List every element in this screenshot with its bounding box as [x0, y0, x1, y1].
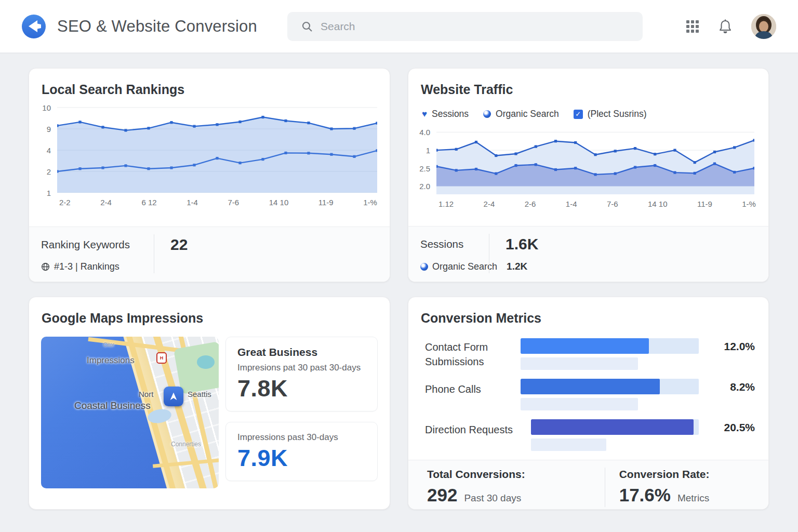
bar-secondary	[531, 438, 606, 451]
website-traffic-chart: 4.012.52.0	[408, 127, 768, 194]
metric-label: Contact Form Submissions	[425, 338, 512, 370]
impressions-value: 7.9K	[237, 445, 366, 472]
business-caption: Impresions pat 30 past 30-days	[237, 363, 366, 373]
globe-icon	[41, 262, 50, 271]
divider	[605, 468, 605, 507]
card-title: Local Search Rankings	[42, 82, 377, 97]
conversion-row-phone-calls: Phone Calls 8.2%	[425, 379, 755, 410]
dashboard-grid: Local Search Rankings 109421 2-22-46 121…	[0, 53, 798, 510]
divider	[154, 234, 154, 273]
map-label-right: Seattis	[188, 390, 211, 398]
checkbox-checked-icon: ✓	[574, 110, 583, 119]
x-axis-labels: 2-22-46 121-47-614 1011-91-%	[59, 198, 377, 207]
legend-item-sessions[interactable]: ♥ Sessions	[422, 109, 469, 119]
stat-label: Ranking Keywords	[41, 238, 154, 251]
heart-icon: ♥	[422, 110, 427, 118]
conversion-bars: Contact Form Submissions 12.0% Phone Cal…	[425, 338, 755, 460]
legend-item-organic-search[interactable]: Organic Search	[483, 109, 559, 119]
bar-fill	[521, 379, 660, 394]
metric-value: 12.0%	[707, 338, 755, 370]
bar-track	[531, 419, 699, 435]
app-logo-icon[interactable]	[22, 15, 46, 38]
app-header: SEO & Website Conversion	[0, 0, 798, 53]
conversion-row-contact-form: Contact Form Submissions 12.0%	[425, 338, 755, 370]
metric-value: 20.5%	[707, 419, 755, 451]
map-pin-icon[interactable]	[164, 387, 183, 406]
bar-fill	[531, 419, 694, 435]
card-title: Conversion Metrics	[421, 311, 756, 326]
x-axis-labels: 1.122-42-61-47-614 1011-91-%	[438, 200, 756, 208]
impressions-caption: Impressions past 30-days	[237, 432, 366, 443]
map-thumbnail[interactable]: H Citor Impressions Nort Seattis Coastal…	[41, 337, 219, 488]
map-label-business: Coastal Business	[74, 400, 151, 411]
impressions-box: Impressions past 30-days 7.9K	[225, 422, 378, 481]
business-impressions-box: Great Business Impresions pat 30 past 30…	[225, 337, 378, 411]
map-label-left: Nort	[139, 390, 153, 398]
card-title: Google Maps Impressions	[42, 311, 377, 326]
page-title: SEO & Website Conversion	[57, 17, 257, 36]
stat-label: Sessions	[420, 238, 489, 250]
local-search-rankings-card: Local Search Rankings 109421 2-22-46 121…	[29, 68, 390, 282]
total-conversions: Total Conversions: 292 Past 30 days	[408, 468, 605, 506]
bar-secondary	[521, 357, 638, 370]
user-avatar[interactable]	[751, 14, 776, 39]
stat-value: 22	[170, 236, 188, 254]
website-traffic-card: Website Traffic ♥ Sessions Organic Searc…	[408, 68, 769, 282]
map-label-bottom: Connerties	[171, 441, 201, 448]
map-pond	[197, 355, 215, 369]
stat-sub-label: #1-3 | Rankings	[54, 261, 119, 272]
y-axis-labels: 109421	[29, 107, 57, 193]
map-label-tiny: Citor	[103, 342, 114, 348]
bar-track	[521, 338, 699, 354]
legend-item-checkbox[interactable]: ✓ (Plect Susrins)	[574, 109, 647, 119]
metric-value: 8.2%	[707, 379, 755, 410]
metric-label: Direction Requests	[425, 419, 523, 451]
conversion-rate-value: 17.6%	[619, 485, 671, 506]
notifications-bell-icon[interactable]	[718, 19, 733, 34]
traffic-stats: Sessions 1.6K Organic Search 1.2K	[408, 226, 768, 282]
globe-sphere-icon	[420, 263, 428, 271]
bar-fill	[521, 338, 649, 354]
search-input[interactable]	[321, 20, 635, 33]
conversion-rate: Conversion Rate: 17.6% Metrics	[605, 468, 768, 506]
bar-track	[521, 379, 699, 394]
conversion-metrics-card: Conversion Metrics Contact Form Submissi…	[408, 297, 769, 510]
dashboard-page: SEO & Website Conversion	[0, 0, 798, 532]
local-search-stats: Ranking Keywords 22 #1-3 | Rankings	[29, 227, 390, 282]
metric-label: Phone Calls	[425, 379, 512, 410]
conversion-summary: Total Conversions: 292 Past 30 days Conv…	[408, 460, 768, 510]
local-search-chart: 109421	[29, 107, 390, 193]
y-axis-labels: 4.012.52.0	[408, 127, 436, 194]
traffic-legend: ♥ Sessions Organic Search ✓ (Plect Susri…	[422, 109, 768, 119]
header-actions	[686, 14, 776, 39]
google-maps-impressions-card: Google Maps Impressions H Citor I	[29, 297, 390, 510]
divider	[489, 234, 489, 273]
stat-value: 1.6K	[506, 235, 538, 253]
business-name: Great Business	[237, 346, 366, 358]
total-conversions-value: 292	[427, 485, 457, 506]
conversion-row-direction-requests: Direction Requests 20.5%	[425, 419, 755, 451]
search-icon	[301, 20, 313, 33]
stat-sub-value: 1.2K	[507, 261, 527, 272]
highway-shield-icon: H	[156, 352, 167, 364]
apps-grid-icon[interactable]	[686, 20, 699, 33]
globe-sphere-icon	[483, 110, 491, 118]
map-label-area: Impressions	[87, 355, 135, 366]
card-title: Website Traffic	[421, 82, 756, 97]
bar-secondary	[521, 398, 638, 410]
search-bar[interactable]	[287, 12, 643, 41]
stat-sub-label: Organic Search	[432, 261, 497, 272]
business-value: 7.8K	[237, 375, 366, 402]
